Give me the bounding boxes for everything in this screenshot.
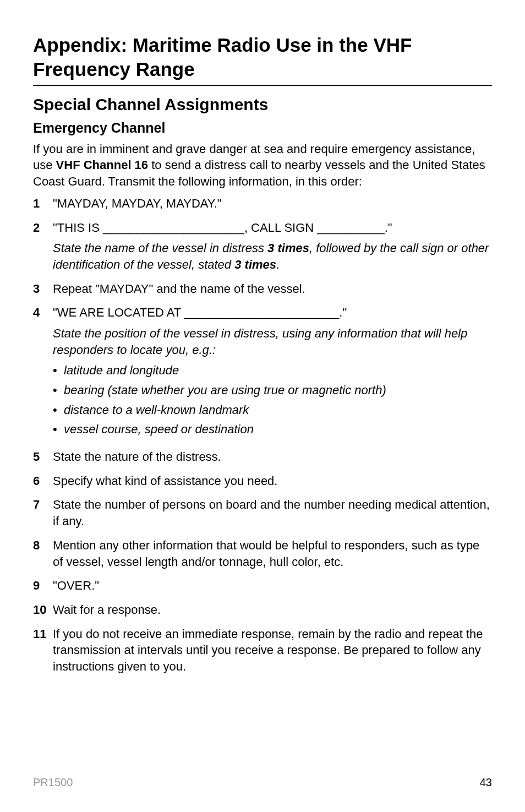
sub-bullet: •distance to a well-known landmark <box>53 402 492 418</box>
item-note: State the name of the vessel in distress… <box>53 240 492 273</box>
bullet-icon: • <box>53 421 64 438</box>
footer-model: PR1500 <box>33 775 73 790</box>
item-text: "WE ARE LOCATED AT _____________________… <box>53 306 347 319</box>
list-item: 11 If you do not receive an immediate re… <box>33 626 492 675</box>
item-text: "THIS IS _____________________, CALL SIG… <box>53 221 392 235</box>
bullet-icon: • <box>53 362 64 379</box>
list-item: 5 State the nature of the distress. <box>33 449 492 465</box>
list-item: 9 "OVER." <box>33 577 492 594</box>
intro-bold: VHF Channel 16 <box>56 158 148 172</box>
item-number: 4 <box>33 304 53 321</box>
sub-bullet: •bearing (state whether you are using tr… <box>53 382 492 399</box>
page-footer: PR1500 43 <box>33 775 492 790</box>
list-item: 3 Repeat "MAYDAY" and the name of the ve… <box>33 281 492 297</box>
note-part: . <box>276 258 280 271</box>
item-number: 5 <box>33 449 53 465</box>
item-number: 6 <box>33 473 53 489</box>
footer-page-number: 43 <box>480 775 492 790</box>
item-text: Wait for a response. <box>53 602 492 618</box>
note-bold: 3 times <box>234 258 276 271</box>
item-number: 11 <box>33 626 53 642</box>
item-number: 2 <box>33 220 53 236</box>
list-item: 1 "MAYDAY, MAYDAY, MAYDAY." <box>33 195 492 212</box>
title-rule <box>33 85 492 86</box>
note-bold: 3 times <box>267 241 309 255</box>
bullet-icon: • <box>53 382 64 399</box>
item-note: State the position of the vessel in dist… <box>53 325 492 358</box>
intro-paragraph: If you are in imminent and grave danger … <box>33 141 492 190</box>
item-number: 9 <box>33 577 53 594</box>
item-text: State the nature of the distress. <box>53 449 492 465</box>
item-text: Mention any other information that would… <box>53 537 492 570</box>
item-text: State the number of persons on board and… <box>53 497 492 529</box>
item-text: Repeat "MAYDAY" and the name of the vess… <box>53 281 492 297</box>
note-part: State the name of the vessel in distress <box>53 241 267 255</box>
appendix-title: Appendix: Maritime Radio Use in the VHF … <box>33 33 492 81</box>
item-number: 1 <box>33 195 53 212</box>
bullet-text: vessel course, speed or destination <box>64 421 254 438</box>
item-text: Specify what kind of assistance you need… <box>53 473 492 489</box>
sub-bullet: •vessel course, speed or destination <box>53 421 492 438</box>
sub-bullet: •latitude and longitude <box>53 362 492 379</box>
item-number: 8 <box>33 537 53 554</box>
bullet-text: latitude and longitude <box>64 362 179 379</box>
list-item: 2 "THIS IS _____________________, CALL S… <box>33 220 492 273</box>
sub-bullet-list: •latitude and longitude •bearing (state … <box>53 362 492 438</box>
item-text: If you do not receive an immediate respo… <box>53 626 492 675</box>
procedure-list: 1 "MAYDAY, MAYDAY, MAYDAY." 2 "THIS IS _… <box>33 195 492 675</box>
list-item: 6 Specify what kind of assistance you ne… <box>33 473 492 489</box>
item-number: 3 <box>33 281 53 297</box>
list-item: 8 Mention any other information that wou… <box>33 537 492 570</box>
bullet-text: distance to a well-known landmark <box>64 402 249 418</box>
item-number: 10 <box>33 602 53 618</box>
subsection-title: Emergency Channel <box>33 119 492 138</box>
item-content: "WE ARE LOCATED AT _____________________… <box>53 304 492 441</box>
item-number: 7 <box>33 497 53 513</box>
list-item: 4 "WE ARE LOCATED AT ___________________… <box>33 304 492 441</box>
bullet-icon: • <box>53 402 64 418</box>
item-content: "THIS IS _____________________, CALL SIG… <box>53 220 492 273</box>
list-item: 7 State the number of persons on board a… <box>33 497 492 529</box>
section-title: Special Channel Assignments <box>33 94 492 116</box>
item-text: "MAYDAY, MAYDAY, MAYDAY." <box>53 195 492 212</box>
item-text: "OVER." <box>53 577 492 594</box>
list-item: 10 Wait for a response. <box>33 602 492 618</box>
bullet-text: bearing (state whether you are using tru… <box>64 382 386 399</box>
